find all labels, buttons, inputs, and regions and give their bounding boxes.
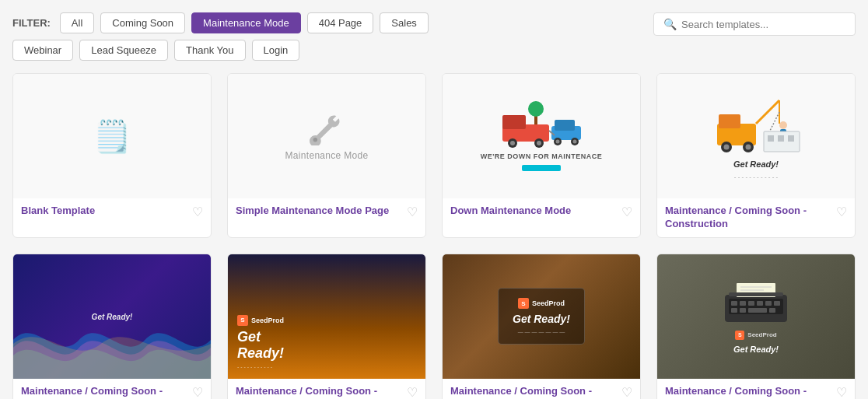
filter-row-2: Webinar Lead Squeeze Thank You Login xyxy=(12,40,429,61)
seedprod-logo-type: S xyxy=(735,331,744,340)
svg-rect-46 xyxy=(729,292,783,296)
svg-point-12 xyxy=(572,140,576,144)
card-footer-blank: Blank Template ♡ xyxy=(13,198,211,226)
svg-rect-8 xyxy=(555,120,575,131)
svg-rect-40 xyxy=(740,308,746,313)
filter-btn-all[interactable]: All xyxy=(60,12,94,33)
seedprod-text-wood: SeedProd xyxy=(532,299,565,307)
svg-rect-29 xyxy=(778,135,784,142)
favorite-icon-sky[interactable]: ♡ xyxy=(407,385,418,399)
card-title-down-maint: Down Maintenance Mode xyxy=(450,205,617,218)
construction-sub: - - - - - - - - - - - - xyxy=(734,173,778,180)
get-ready-wood-text: Get Ready! xyxy=(513,313,570,325)
down-text: WE'RE DOWN FOR MAINTENACE xyxy=(481,152,603,160)
svg-rect-36 xyxy=(757,301,763,306)
filter-btn-thank-you[interactable]: Thank You xyxy=(174,40,245,61)
template-card-simple-maint[interactable]: Maintenance Mode Simple Maintenance Mode… xyxy=(227,73,426,238)
svg-point-10 xyxy=(555,140,559,144)
svg-point-15 xyxy=(528,101,544,117)
wrench-icon xyxy=(310,111,344,145)
sky-sub-text: - - - - - - - - - - - xyxy=(237,364,272,369)
svg-rect-33 xyxy=(731,301,737,306)
top-bar: FILTER: All Coming Soon Maintenance Mode… xyxy=(12,12,856,61)
svg-rect-28 xyxy=(768,135,774,142)
template-thumb-construction: Get Ready! - - - - - - - - - - - - xyxy=(657,74,855,198)
maint-mode-label: Maintenance Mode xyxy=(285,150,369,161)
card-title-wood: Maintenance / Coming Soon - Wood xyxy=(450,385,617,399)
template-card-blank[interactable]: 🗒️ Blank Template ♡ xyxy=(12,73,212,238)
filter-btn-404[interactable]: 404 Page xyxy=(307,12,374,33)
down-maint-content: WE'RE DOWN FOR MAINTENACE xyxy=(481,101,603,171)
search-box: 🔍 xyxy=(653,12,856,36)
threads-content: Get Ready! xyxy=(13,254,211,379)
template-thumb-blank: 🗒️ xyxy=(13,74,211,198)
filter-btn-webinar[interactable]: Webinar xyxy=(12,40,73,61)
template-thumb-typewriter: S SeedProd Get Ready! xyxy=(657,254,855,379)
svg-point-25 xyxy=(779,121,787,129)
template-card-sky[interactable]: S SeedProd GetReady! - - - - - - - - - -… xyxy=(227,254,426,399)
seedprod-badge-type: S SeedProd xyxy=(735,331,776,340)
card-footer-down-maint: Down Maintenance Mode ♡ xyxy=(443,198,640,226)
svg-rect-42 xyxy=(769,308,775,313)
typewriter-content: S SeedProd Get Ready! xyxy=(721,279,791,354)
card-title-threads: Maintenance / Coming Soon - Threads xyxy=(21,385,187,399)
template-grid: 🗒️ Blank Template ♡ Maintenance Mode Sim… xyxy=(12,73,856,399)
card-footer-simple-maint: Simple Maintenance Mode Page ♡ xyxy=(228,198,425,226)
svg-point-6 xyxy=(537,141,541,145)
filter-btn-sales[interactable]: Sales xyxy=(380,12,429,33)
template-card-down-maint[interactable]: WE'RE DOWN FOR MAINTENACE Down Maintenan… xyxy=(442,73,641,238)
construction-svg xyxy=(709,93,803,155)
svg-rect-38 xyxy=(774,301,780,306)
card-footer-wood: Maintenance / Coming Soon - Wood ♡ xyxy=(443,379,640,399)
card-title-construction: Maintenance / Coming Soon - Construction xyxy=(665,205,831,231)
filter-label: FILTER: xyxy=(12,17,51,29)
favorite-icon-simple-maint[interactable]: ♡ xyxy=(407,205,418,219)
card-footer-threads: Maintenance / Coming Soon - Threads ♡ xyxy=(13,379,211,399)
favorite-icon-down-maint[interactable]: ♡ xyxy=(621,205,632,219)
blank-doc-icon: 🗒️ xyxy=(93,118,131,155)
card-footer-sky: Maintenance / Coming Soon - ♡ xyxy=(228,379,425,399)
filter-btn-coming-soon[interactable]: Coming Soon xyxy=(100,12,185,33)
svg-rect-35 xyxy=(748,301,754,306)
threads-get-ready-text: Get Ready! xyxy=(92,312,133,320)
favorite-icon-blank[interactable]: ♡ xyxy=(192,205,203,219)
filter-btn-maintenance-mode[interactable]: Maintenance Mode xyxy=(191,12,301,33)
favorite-icon-threads[interactable]: ♡ xyxy=(192,385,203,399)
cyan-bar xyxy=(522,165,561,171)
svg-rect-2 xyxy=(502,115,526,129)
template-card-typewriter[interactable]: S SeedProd Get Ready! Maintenance / Comi… xyxy=(656,254,856,399)
seedprod-logo-wood: S xyxy=(518,298,529,309)
wood-card: S SeedProd Get Ready! — — — — — — — xyxy=(498,288,585,345)
svg-rect-30 xyxy=(788,135,794,142)
seedprod-badge-sky: S SeedProd xyxy=(237,315,284,326)
get-ready-construction-text: Get Ready! xyxy=(733,159,779,169)
template-thumb-threads: Get Ready! xyxy=(13,254,211,379)
wood-sub: — — — — — — — xyxy=(518,329,565,334)
seedprod-text-sky: SeedProd xyxy=(251,317,284,324)
favorite-icon-wood[interactable]: ♡ xyxy=(621,385,632,399)
card-title-blank: Blank Template xyxy=(21,205,187,218)
filter-btn-lead-squeeze[interactable]: Lead Squeeze xyxy=(79,40,168,61)
search-icon: 🔍 xyxy=(663,18,677,30)
svg-line-22 xyxy=(756,100,779,124)
search-input[interactable] xyxy=(681,19,845,30)
template-card-construction[interactable]: Get Ready! - - - - - - - - - - - - Maint… xyxy=(656,73,856,238)
card-footer-typewriter: Maintenance / Coming Soon - ♡ xyxy=(657,379,855,399)
card-title-simple-maint: Simple Maintenance Mode Page xyxy=(236,205,402,218)
svg-rect-37 xyxy=(765,301,772,306)
maint-simple-content: Maintenance Mode xyxy=(285,111,369,161)
filter-section: FILTER: All Coming Soon Maintenance Mode… xyxy=(12,12,429,61)
construction-content: Get Ready! - - - - - - - - - - - - xyxy=(657,74,855,198)
template-card-wood[interactable]: S SeedProd Get Ready! — — — — — — — Main… xyxy=(442,254,641,399)
svg-point-4 xyxy=(510,141,515,145)
favorite-icon-construction[interactable]: ♡ xyxy=(836,205,847,219)
svg-point-21 xyxy=(746,144,751,149)
template-thumb-sky: S SeedProd GetReady! - - - - - - - - - -… xyxy=(228,254,425,379)
template-thumb-down-maint: WE'RE DOWN FOR MAINTENACE xyxy=(443,74,640,198)
favorite-icon-typewriter[interactable]: ♡ xyxy=(836,385,847,399)
filter-btn-login[interactable]: Login xyxy=(252,40,300,61)
seedprod-badge-wood: S SeedProd xyxy=(518,298,565,309)
card-footer-construction: Maintenance / Coming Soon - Construction… xyxy=(657,198,855,237)
template-card-threads[interactable]: Get Ready! Maintenance / Coming Soon - T… xyxy=(12,254,212,399)
seedprod-text-type: SeedProd xyxy=(747,331,776,338)
